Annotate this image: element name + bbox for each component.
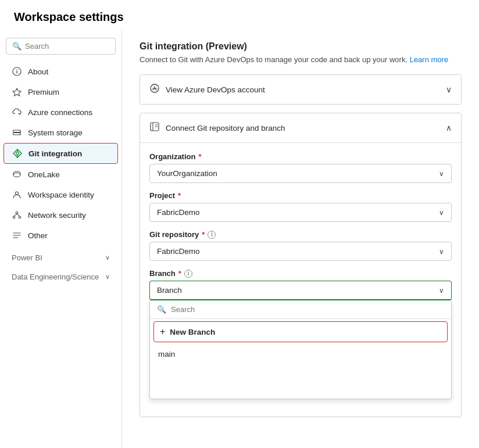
sidebar-item-network-label: Network security bbox=[28, 211, 86, 220]
chevron-down-icon: ∨ bbox=[105, 254, 110, 261]
app-layout: Workspace settings 🔍 About bbox=[0, 0, 479, 448]
devops-icon bbox=[149, 83, 160, 96]
sidebar-item-onelake-label: OneLake bbox=[28, 170, 60, 179]
branch-info-icon[interactable]: i bbox=[184, 270, 192, 278]
branch-dropdown[interactable]: Branch ∨ bbox=[149, 281, 452, 300]
sidebar-item-git-integration[interactable]: Git integration bbox=[3, 143, 118, 164]
sidebar-item-premium-label: Premium bbox=[28, 88, 59, 96]
git-repository-dropdown[interactable]: FabricDemo ∨ bbox=[149, 242, 452, 261]
svg-point-9 bbox=[16, 152, 19, 155]
section-power-bi[interactable]: Power BI ∨ bbox=[3, 248, 118, 264]
svg-point-12 bbox=[13, 173, 20, 177]
premium-icon bbox=[12, 87, 22, 97]
storage-icon bbox=[12, 127, 22, 138]
branch-field: Branch * i Branch ∨ 🔍 bbox=[149, 269, 452, 399]
sidebar-item-about[interactable]: About bbox=[3, 62, 118, 81]
plus-icon: + bbox=[160, 327, 165, 337]
sidebar-item-git-label: Git integration bbox=[28, 149, 82, 158]
svg-point-13 bbox=[16, 192, 19, 195]
organization-dropdown[interactable]: YourOrganization ∨ bbox=[149, 164, 452, 183]
git-repo-panel: Connect Git repository and branch ∧ Orga… bbox=[140, 113, 462, 417]
onelake-icon bbox=[12, 169, 22, 180]
azure-devops-header-left: View Azure DevOps account bbox=[149, 83, 265, 96]
project-label: Project * bbox=[149, 191, 452, 200]
branch-dropdown-menu: 🔍 + New Branch main bbox=[149, 300, 452, 399]
git-repository-info-icon[interactable]: i bbox=[208, 231, 216, 239]
sidebar-item-onelake[interactable]: OneLake bbox=[3, 164, 118, 184]
learn-more-link[interactable]: Learn more bbox=[410, 55, 448, 64]
project-dropdown[interactable]: FabricDemo ∨ bbox=[149, 203, 452, 222]
svg-point-6 bbox=[19, 131, 20, 131]
other-icon bbox=[12, 230, 22, 241]
sidebar-item-other[interactable]: Other bbox=[3, 225, 118, 245]
sidebar-item-about-label: About bbox=[28, 67, 48, 76]
git-repo-header-left: Connect Git repository and branch bbox=[149, 121, 285, 134]
git-icon bbox=[12, 148, 23, 159]
svg-point-15 bbox=[13, 216, 15, 218]
organization-required: * bbox=[198, 152, 201, 161]
azure-devops-label: View Azure DevOps account bbox=[166, 85, 265, 94]
svg-line-17 bbox=[14, 214, 17, 216]
git-repository-required: * bbox=[202, 230, 205, 239]
sidebar-item-workspace-identity[interactable]: Workspace identity bbox=[3, 185, 118, 205]
branch-item-main[interactable]: main bbox=[150, 345, 451, 364]
sidebar: 🔍 About bbox=[0, 30, 122, 448]
svg-point-16 bbox=[19, 216, 21, 218]
svg-point-7 bbox=[19, 134, 20, 134]
search-box[interactable]: 🔍 bbox=[6, 38, 116, 55]
content-area: Git integration (Preview) Connect to Git… bbox=[122, 30, 479, 448]
cloud-icon bbox=[12, 107, 22, 117]
content-title: Git integration (Preview) bbox=[140, 41, 462, 52]
branch-label: Branch * i bbox=[149, 269, 452, 278]
git-repository-chevron-icon: ∨ bbox=[439, 248, 444, 256]
identity-icon bbox=[12, 189, 22, 200]
project-field: Project * FabricDemo ∨ bbox=[149, 191, 452, 222]
svg-line-18 bbox=[17, 214, 20, 216]
svg-marker-3 bbox=[13, 88, 21, 96]
sidebar-item-other-label: Other bbox=[28, 231, 48, 240]
dropdown-spacer bbox=[150, 364, 451, 399]
branch-value: Branch bbox=[157, 286, 182, 295]
project-required: * bbox=[178, 191, 181, 200]
sidebar-item-azure-connections[interactable]: Azure connections bbox=[3, 102, 118, 122]
branch-search-box[interactable]: 🔍 bbox=[150, 300, 451, 319]
network-icon bbox=[12, 210, 22, 220]
info-icon bbox=[12, 66, 22, 77]
branch-search-input[interactable] bbox=[171, 305, 444, 314]
azure-devops-panel: View Azure DevOps account ∨ bbox=[140, 74, 462, 105]
organization-label: Organization * bbox=[149, 152, 452, 161]
panel1-chevron-icon: ∨ bbox=[446, 85, 452, 94]
content-subtitle: Connect to Git with Azure DevOps to mana… bbox=[140, 55, 462, 64]
branch-chevron-icon: ∨ bbox=[439, 286, 444, 295]
organization-chevron-icon: ∨ bbox=[439, 170, 444, 178]
search-icon: 🔍 bbox=[12, 42, 22, 51]
panel2-chevron-icon: ∧ bbox=[446, 123, 452, 132]
new-branch-button[interactable]: + New Branch bbox=[153, 321, 448, 342]
page-title: Workspace settings bbox=[0, 0, 479, 30]
svg-point-2 bbox=[16, 69, 17, 70]
git-repo-header[interactable]: Connect Git repository and branch ∧ bbox=[140, 113, 461, 142]
git-repository-label: Git repository * i bbox=[149, 230, 452, 239]
search-input[interactable] bbox=[25, 42, 109, 51]
git-repository-value: FabricDemo bbox=[157, 247, 200, 256]
section-data-engineering[interactable]: Data Engineering/Science ∨ bbox=[3, 267, 118, 284]
branch-required: * bbox=[178, 269, 181, 278]
branch-search-icon: 🔍 bbox=[157, 305, 166, 314]
sidebar-item-network-security[interactable]: Network security bbox=[3, 205, 118, 225]
azure-devops-header[interactable]: View Azure DevOps account ∨ bbox=[140, 75, 461, 104]
sidebar-item-system-storage[interactable]: System storage bbox=[3, 123, 118, 142]
organization-field: Organization * YourOrganization ∨ bbox=[149, 152, 452, 183]
sidebar-item-system-storage-label: System storage bbox=[28, 128, 83, 137]
sidebar-item-azure-label: Azure connections bbox=[28, 108, 92, 117]
repo-icon bbox=[149, 121, 160, 134]
new-branch-label: New Branch bbox=[170, 328, 215, 336]
section-power-bi-label: Power BI bbox=[12, 253, 42, 262]
sidebar-item-workspace-identity-label: Workspace identity bbox=[28, 191, 94, 199]
project-value: FabricDemo bbox=[157, 208, 200, 217]
sidebar-item-premium[interactable]: Premium bbox=[3, 82, 118, 102]
git-repo-body: Organization * YourOrganization ∨ Projec… bbox=[140, 142, 461, 417]
project-chevron-icon: ∨ bbox=[439, 209, 444, 217]
organization-value: YourOrganization bbox=[157, 169, 217, 178]
git-repo-label: Connect Git repository and branch bbox=[166, 124, 285, 132]
main-content: 🔍 About bbox=[0, 30, 479, 448]
